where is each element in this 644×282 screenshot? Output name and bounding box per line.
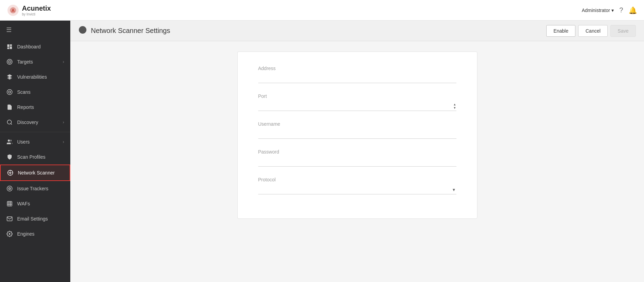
svg-point-5 (9, 61, 10, 62)
issue-trackers-icon (6, 185, 13, 192)
password-field: Password (258, 149, 456, 167)
username-label: Username (258, 121, 456, 127)
help-icon[interactable]: ? (619, 6, 623, 14)
address-label: Address (258, 66, 456, 71)
enable-button[interactable]: Enable (546, 25, 576, 37)
user-chevron-icon: ▾ (611, 8, 614, 13)
vulnerabilities-icon (6, 74, 13, 80)
sidebar-label-scan-profiles: Scan Profiles (17, 154, 45, 160)
page-header-left: Network Scanner Settings (79, 26, 170, 36)
content-area: Network Scanner Settings Enable Cancel S… (70, 21, 644, 282)
engines-icon (6, 230, 13, 237)
scan-profiles-icon (6, 154, 13, 160)
logo-name: Acunetix (22, 4, 51, 12)
svg-point-6 (7, 90, 12, 95)
page-header-icon (79, 26, 87, 36)
users-chevron-icon: › (63, 139, 64, 144)
topbar: A Acunetix by Invicti Administrator ▾ ? … (0, 0, 644, 21)
svg-point-12 (10, 172, 11, 174)
svg-point-25 (9, 233, 11, 235)
port-decrement-button[interactable]: ▼ (453, 106, 456, 110)
sidebar-label-users: Users (17, 139, 30, 145)
sidebar-label-network-scanner: Network Scanner (18, 170, 55, 176)
sidebar-label-scans: Scans (17, 89, 31, 95)
sidebar-label-engines: Engines (17, 231, 35, 237)
port-wrapper: ▲ ▼ (258, 101, 456, 111)
username-input[interactable] (258, 129, 456, 139)
user-menu[interactable]: Administrator ▾ (582, 8, 613, 13)
protocol-select[interactable]: HTTP HTTPS FTP (258, 184, 456, 194)
cancel-button[interactable]: Cancel (578, 25, 608, 37)
sidebar-label-email-settings: Email Settings (17, 216, 48, 222)
network-scanner-icon (7, 169, 14, 176)
topbar-left: A Acunetix by Invicti (7, 4, 51, 16)
users-icon (6, 138, 13, 145)
page-header: Network Scanner Settings Enable Cancel S… (70, 21, 644, 41)
svg-rect-20 (7, 201, 12, 206)
protocol-label: Protocol (258, 177, 456, 182)
logo-text: Acunetix by Invicti (22, 4, 51, 16)
sidebar-label-wafs: WAFs (17, 201, 30, 206)
svg-point-7 (9, 91, 11, 93)
logo-icon: A (7, 4, 19, 16)
sidebar-item-network-scanner[interactable]: Network Scanner (0, 165, 70, 181)
content-scroll: Address Port ▲ ▼ Usernam (70, 41, 644, 282)
sidebar-item-vulnerabilities[interactable]: Vulnerabilities (0, 69, 70, 84)
form-card: Address Port ▲ ▼ Usernam (237, 52, 477, 219)
port-label: Port (258, 93, 456, 99)
scans-icon (6, 89, 13, 95)
svg-point-27 (82, 29, 84, 31)
sidebar-item-discovery[interactable]: Discovery › (0, 115, 70, 130)
sidebar-item-targets[interactable]: Targets › (0, 54, 70, 69)
password-label: Password (258, 149, 456, 155)
svg-line-9 (11, 123, 12, 124)
sidebar-item-email-settings[interactable]: Email Settings (0, 211, 70, 226)
logo-sub: by Invicti (22, 12, 51, 16)
sidebar-item-dashboard[interactable]: Dashboard (0, 39, 70, 54)
svg-point-8 (7, 120, 11, 124)
username-field: Username (258, 121, 456, 139)
discovery-icon (6, 119, 13, 126)
logo: A Acunetix by Invicti (7, 4, 51, 16)
email-settings-icon (6, 215, 13, 222)
sidebar-item-users[interactable]: Users › (0, 134, 70, 149)
page-title: Network Scanner Settings (91, 27, 170, 35)
main-layout: ☰ Dashboard Targets › Vulnerabilities (0, 21, 644, 282)
sidebar-divider (0, 132, 70, 132)
sidebar-item-wafs[interactable]: WAFs (0, 196, 70, 211)
sidebar-label-discovery: Discovery (17, 120, 38, 125)
address-input[interactable] (258, 73, 456, 83)
sidebar-item-scans[interactable]: Scans (0, 84, 70, 100)
svg-text:A: A (11, 8, 14, 13)
hamburger-menu[interactable]: ☰ (0, 21, 70, 39)
page-header-actions: Enable Cancel Save (546, 25, 636, 37)
topbar-right: Administrator ▾ ? 🔔 (582, 6, 637, 14)
bell-icon[interactable]: 🔔 (629, 6, 637, 14)
sidebar: ☰ Dashboard Targets › Vulnerabilities (0, 21, 70, 282)
sidebar-label-targets: Targets (17, 59, 33, 65)
save-button[interactable]: Save (610, 25, 636, 37)
sidebar-label-reports: Reports (17, 104, 34, 110)
sidebar-item-reports[interactable]: Reports (0, 100, 70, 115)
svg-point-10 (8, 139, 10, 142)
dashboard-icon (6, 43, 13, 50)
sidebar-item-engines[interactable]: Engines (0, 226, 70, 241)
user-label: Administrator (582, 8, 610, 13)
password-input[interactable] (258, 157, 456, 167)
address-field: Address (258, 66, 456, 83)
sidebar-item-scan-profiles[interactable]: Scan Profiles (0, 149, 70, 165)
targets-chevron-icon: › (63, 59, 64, 64)
port-field: Port ▲ ▼ (258, 93, 456, 111)
sidebar-label-vulnerabilities: Vulnerabilities (17, 74, 47, 80)
discovery-chevron-icon: › (63, 120, 64, 125)
svg-point-19 (9, 188, 10, 189)
port-input[interactable] (258, 101, 456, 111)
port-increment-button[interactable]: ▲ (453, 103, 456, 106)
sidebar-item-issue-trackers[interactable]: Issue Trackers (0, 181, 70, 196)
port-spinners: ▲ ▼ (453, 103, 456, 110)
sidebar-label-dashboard: Dashboard (17, 44, 41, 49)
protocol-field: Protocol HTTP HTTPS FTP ▾ (258, 177, 456, 194)
targets-icon (6, 58, 13, 65)
protocol-wrapper: HTTP HTTPS FTP ▾ (258, 184, 456, 194)
wafs-icon (6, 200, 13, 207)
